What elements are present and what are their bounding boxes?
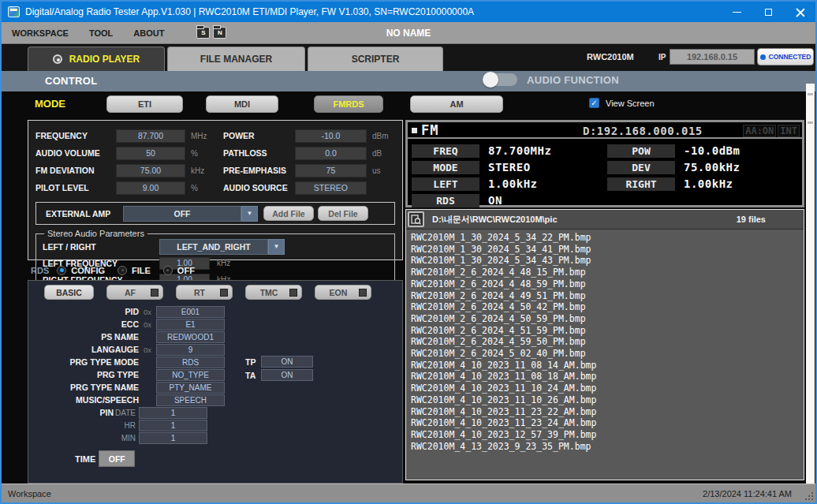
- file-list-item[interactable]: RWC2010M_4_10_2023_11_08_18_AM.bmp: [411, 371, 804, 383]
- file-list-item[interactable]: RWC2010M_2_6_2024_4_51_59_PM.bmp: [411, 325, 804, 337]
- pin-date-field[interactable]: 1: [139, 407, 207, 419]
- rds-tab-rt[interactable]: RT: [176, 285, 233, 300]
- new-workspace-icon[interactable]: N: [213, 27, 226, 39]
- file-list-item[interactable]: RWC2010M_1_30_2024_5_34_22_PM.bmp: [411, 232, 804, 244]
- mode-button-fmrds[interactable]: FMRDS: [314, 95, 383, 113]
- file-list-item[interactable]: RWC2010M_2_6_2024_4_50_59_PM.bmp: [411, 313, 804, 325]
- del-file-button[interactable]: Del File: [318, 206, 368, 221]
- lcd-row: RIGHT 1.00kHz: [607, 176, 740, 192]
- rds-tab-eon[interactable]: EON: [315, 285, 371, 300]
- rds-field-value[interactable]: RDS: [156, 357, 225, 368]
- file-list-item[interactable]: RWC2010M_4_10_2023_11_23_24_AM.bmp: [411, 417, 804, 429]
- resize-grip[interactable]: [805, 492, 813, 500]
- param-value-field[interactable]: -10.0: [295, 129, 367, 143]
- collapsed-side-strip[interactable]: [806, 84, 815, 483]
- tp-field[interactable]: ON: [261, 356, 313, 368]
- mode-button-am[interactable]: AM: [410, 95, 503, 113]
- pin-min-field[interactable]: 1: [139, 432, 207, 444]
- param-value-field[interactable]: 50: [116, 147, 185, 160]
- rds-field-value[interactable]: SPEECH: [156, 394, 225, 406]
- ta-field[interactable]: ON: [261, 369, 313, 381]
- left-frequency-unit: kHz: [217, 259, 230, 267]
- lcd-row: POW -10.0dBm: [607, 143, 740, 159]
- left-right-dropdown[interactable]: LEFT_AND_RIGHT ▼: [159, 239, 285, 255]
- param-value-field[interactable]: 75.00: [116, 164, 185, 177]
- rds-field-row: ECC 0x E1: [28, 318, 402, 330]
- check-icon: ✓: [589, 98, 599, 108]
- add-file-button[interactable]: Add File: [263, 206, 314, 221]
- mode-button-mdi[interactable]: MDI: [206, 95, 278, 113]
- lcd-field-label: RIGHT: [607, 177, 675, 191]
- rds-field-value[interactable]: NO_TYPE: [156, 369, 225, 381]
- rds-file-radio[interactable]: [118, 266, 127, 275]
- rds-tab-label: TMC: [260, 288, 278, 297]
- external-amp-dropdown[interactable]: OFF ▼: [123, 206, 258, 222]
- lcd-field-label: DEV: [607, 161, 675, 174]
- mode-button-eti[interactable]: ETI: [106, 95, 183, 113]
- eon-checkbox-icon[interactable]: [359, 289, 367, 297]
- param-label: PILOT LEVEL: [35, 183, 116, 192]
- menu-about[interactable]: ABOUT: [123, 28, 174, 38]
- file-list-item[interactable]: RWC2010M_2_6_2024_4_59_50_PM.bmp: [411, 336, 804, 348]
- main-area: FREQUENCY 87.700 MHz AUDIO VOLUME 50 %: [2, 117, 808, 485]
- rt-checkbox-icon[interactable]: [220, 289, 228, 297]
- minimize-button[interactable]: [721, 2, 752, 22]
- connected-button[interactable]: CONNECTED: [757, 48, 814, 65]
- rds-field-value[interactable]: E1: [156, 319, 225, 330]
- preview-icon[interactable]: [408, 211, 424, 227]
- rds-tab-tmc[interactable]: TMC: [245, 285, 302, 300]
- file-list-item[interactable]: RWC2010M_4_10_2023_11_10_26_AM.bmp: [411, 394, 804, 406]
- file-list-item[interactable]: RWC2010M_2_6_2024_4_48_59_PM.bmp: [411, 278, 804, 290]
- param-value-field[interactable]: 75: [295, 164, 367, 177]
- rds-config-radio[interactable]: [57, 266, 66, 275]
- file-list-item[interactable]: RWC2010M_1_30_2024_5_34_41_PM.bmp: [411, 244, 804, 256]
- rds-tab-label: RT: [194, 288, 205, 297]
- close-button[interactable]: [784, 2, 815, 22]
- file-list-item[interactable]: RWC2010M_4_10_2023_11_23_22_AM.bmp: [411, 406, 804, 418]
- file-list-item[interactable]: RWC2010M_4_10_2023_11_08_14_AM.bmp: [411, 360, 804, 371]
- maximize-button[interactable]: [752, 2, 784, 22]
- param-value-field[interactable]: 9.00: [116, 181, 185, 195]
- audio-function-toggle[interactable]: [484, 73, 517, 86]
- param-value-field[interactable]: 0.0: [295, 147, 367, 160]
- param-value-field[interactable]: 87.700: [116, 129, 185, 143]
- file-list-item[interactable]: RWC2010M_4_13_2023_9_23_35_PM.bmp: [411, 441, 804, 453]
- tab-scripter[interactable]: SCRIPTER: [308, 47, 443, 71]
- param-label: FREQUENCY: [35, 131, 116, 140]
- file-list-item[interactable]: RWC2010M_4_10_2023_12_57_39_PM.bmp: [411, 429, 804, 441]
- lcd-field-value: 75.00kHz: [684, 161, 740, 174]
- rds-field-value[interactable]: PTY_NAME: [156, 382, 225, 394]
- rds-tab-af[interactable]: AF: [106, 285, 163, 300]
- view-screen-checkbox[interactable]: ✓ View Screen: [589, 98, 655, 108]
- menu-tool[interactable]: TOOL: [79, 28, 123, 38]
- file-list-item[interactable]: RWC2010M_1_30_2024_5_34_43_PM.bmp: [411, 255, 804, 267]
- time-toggle-button[interactable]: OFF: [99, 450, 135, 467]
- file-list-item[interactable]: RWC2010M_2_6_2024_4_49_51_PM.bmp: [411, 290, 804, 302]
- rds-config-panel: BASIC AF RT TMC EON PID 0x E001: [28, 280, 403, 483]
- file-list[interactable]: RWC2010M_1_30_2024_5_34_22_PM.bmp RWC201…: [406, 229, 804, 480]
- rds-field-row: PRG TYPE NAME PTY_NAME: [28, 381, 402, 394]
- ip-input[interactable]: [670, 49, 755, 65]
- splitter-handle-icon: [808, 93, 813, 95]
- param-value-field[interactable]: STEREO: [295, 181, 367, 195]
- rds-field-label: PRG TYPE: [28, 370, 139, 379]
- tmc-checkbox-icon[interactable]: [289, 289, 297, 297]
- af-checkbox-icon[interactable]: [151, 289, 159, 297]
- tab-file-manager[interactable]: FILE MANAGER: [167, 47, 305, 71]
- file-list-item[interactable]: RWC2010M_2_6_2024_4_50_42_PM.bmp: [411, 301, 804, 313]
- save-workspace-icon[interactable]: S: [196, 27, 210, 39]
- file-list-item[interactable]: RWC2010M_4_10_2023_11_10_24_AM.bmp: [411, 383, 804, 394]
- rds-field-value[interactable]: REDWOOD1: [156, 331, 225, 343]
- rds-field-value[interactable]: E001: [156, 306, 225, 318]
- file-list-item[interactable]: RWC2010M_2_6_2024_4_48_15_PM.bmp: [411, 267, 804, 278]
- menu-workspace[interactable]: WORKSPACE: [2, 28, 79, 38]
- param-unit: dB: [372, 149, 395, 158]
- param-label: AUDIO VOLUME: [35, 148, 116, 158]
- rds-tab-basic[interactable]: BASIC: [44, 285, 94, 300]
- rds-off-radio[interactable]: [163, 266, 173, 275]
- pin-hr-field[interactable]: 1: [139, 420, 207, 431]
- rds-field-value[interactable]: 9: [156, 344, 225, 356]
- file-list-item[interactable]: RWC2010M_2_6_2024_5_02_40_PM.bmp: [411, 348, 804, 360]
- tab-radio-player[interactable]: RADIO PLAYER: [28, 47, 165, 71]
- time-label: TIME: [75, 454, 95, 464]
